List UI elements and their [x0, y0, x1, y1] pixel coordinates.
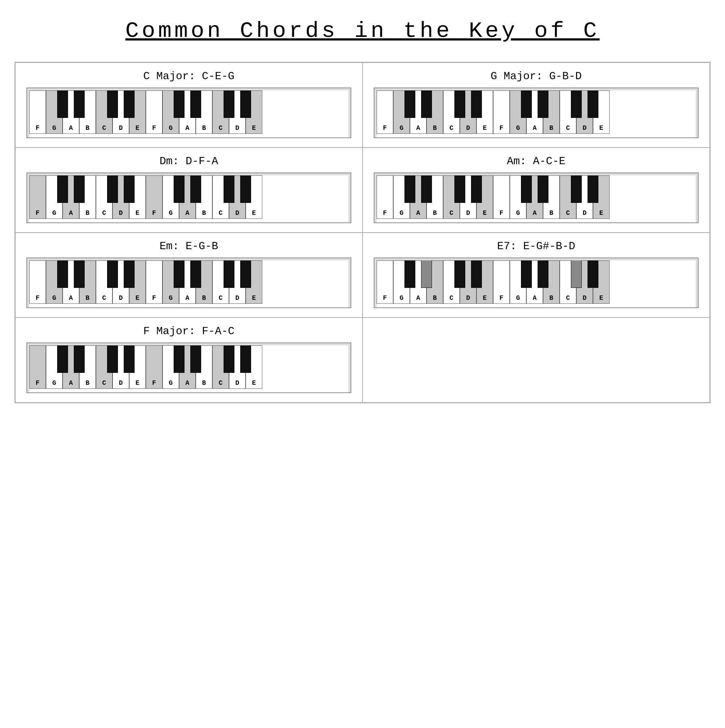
black-key-f#	[57, 90, 68, 118]
white-key-f-0: F	[29, 346, 46, 389]
black-key-g#	[74, 175, 85, 203]
black-key-f#	[405, 90, 415, 118]
black-key-c#	[471, 90, 482, 118]
black-key-c#	[124, 175, 135, 203]
chord-cell-g-major: G Major: G-B-DFGABCDEFGABCDE	[363, 63, 710, 148]
chord-title-dm: Dm: D-F-A	[26, 155, 351, 167]
white-key-f-7: F	[146, 346, 162, 389]
black-key-c#	[124, 260, 135, 288]
white-key-f-0: F	[377, 260, 393, 304]
black-key-a#	[240, 90, 251, 118]
black-key-a#	[107, 346, 118, 373]
black-key-c#	[471, 260, 482, 288]
chord-title-e7: E7: E-G#-B-D	[374, 240, 699, 252]
black-key-d#	[521, 175, 532, 203]
black-key-c#	[471, 175, 482, 203]
chord-title-f-major: F Major: F-A-C	[26, 325, 351, 337]
black-key-a#	[454, 90, 465, 118]
black-key-f#	[538, 260, 549, 288]
black-key-g#	[224, 346, 235, 373]
black-key-g#	[421, 260, 432, 288]
black-key-a#	[107, 90, 118, 118]
black-key-f#	[405, 175, 415, 203]
black-key-f#	[190, 346, 201, 373]
black-key-d#	[521, 260, 532, 288]
black-key-d#	[174, 260, 184, 288]
black-key-g#	[224, 90, 235, 118]
chord-cell-e7: E7: E-G#-B-DFGABCDEFGABCDE	[363, 232, 710, 318]
chord-cell-dm: Dm: D-F-AFGABCDEFGABCDE	[15, 148, 363, 232]
black-key-c#	[124, 90, 135, 118]
black-key-g#	[571, 175, 582, 203]
black-key-f#	[405, 260, 415, 288]
black-key-g#	[74, 260, 85, 288]
black-key-g#	[74, 346, 85, 373]
black-key-c#	[124, 346, 135, 373]
chord-grid: C Major: C-E-GFGABCDEFGABCDEG Major: G-B…	[14, 62, 711, 403]
black-key-d#	[174, 90, 184, 118]
black-key-g#	[571, 90, 582, 118]
chord-title-em: Em: E-G-B	[26, 240, 351, 252]
white-key-f-0: F	[29, 175, 46, 219]
chord-cell-f-major: F Major: F-A-CFGABCDEFGABCDE	[15, 318, 363, 402]
black-key-f#	[190, 260, 201, 288]
black-key-d#	[174, 175, 184, 203]
page-title: Common Chords in the Key of C	[14, 18, 711, 44]
black-key-a#	[454, 260, 465, 288]
black-key-f#	[190, 90, 201, 118]
black-key-d#	[174, 346, 184, 373]
white-key-f-0: F	[377, 90, 393, 134]
chord-title-c-major: C Major: C-E-G	[26, 70, 351, 83]
white-key-f-7: F	[146, 260, 162, 304]
black-key-a#	[107, 260, 118, 288]
chord-title-am: Am: A-C-E	[374, 155, 699, 167]
white-key-f-7: F	[493, 90, 510, 134]
white-key-f-0: F	[377, 175, 393, 219]
black-key-g#	[571, 260, 582, 288]
white-key-f-7: F	[493, 260, 510, 304]
black-key-f#	[538, 175, 549, 203]
white-key-f-7: F	[493, 175, 510, 219]
black-key-a#	[240, 346, 251, 373]
black-key-f#	[57, 260, 68, 288]
white-key-f-0: F	[29, 90, 46, 134]
black-key-f#	[190, 175, 201, 203]
black-key-g#	[421, 90, 432, 118]
white-key-f-7: F	[146, 90, 162, 134]
black-key-a#	[587, 175, 598, 203]
black-key-a#	[587, 90, 598, 118]
chord-title-g-major: G Major: G-B-D	[374, 70, 699, 83]
chord-cell-em: Em: E-G-BFGABCDEFGABCDE	[15, 232, 363, 318]
chord-cell-am: Am: A-C-EFGABCDEFGABCDE	[363, 148, 710, 232]
white-key-f-0: F	[29, 260, 46, 304]
black-key-a#	[240, 260, 251, 288]
black-key-f#	[538, 90, 549, 118]
black-key-g#	[224, 175, 235, 203]
chord-cell-empty	[363, 318, 710, 402]
black-key-g#	[74, 90, 85, 118]
black-key-f#	[57, 346, 68, 373]
black-key-a#	[587, 260, 598, 288]
black-key-d#	[521, 90, 532, 118]
black-key-g#	[224, 260, 235, 288]
black-key-a#	[240, 175, 251, 203]
black-key-g#	[421, 175, 432, 203]
white-key-f-7: F	[146, 175, 162, 219]
black-key-a#	[454, 175, 465, 203]
black-key-f#	[57, 175, 68, 203]
black-key-a#	[107, 175, 118, 203]
chord-cell-c-major: C Major: C-E-GFGABCDEFGABCDE	[15, 63, 363, 148]
